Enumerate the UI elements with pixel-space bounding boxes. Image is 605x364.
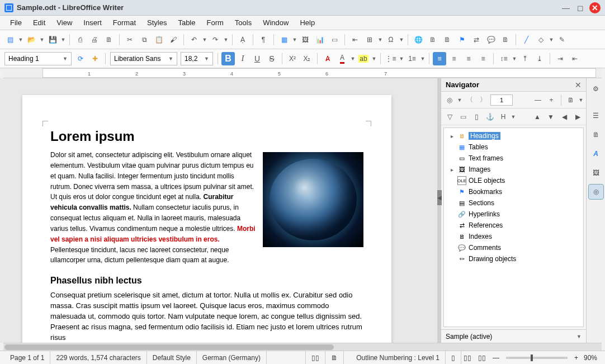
status-page[interactable]: Page 1 of 1 <box>4 351 50 364</box>
navigator-doc-combo[interactable]: Sample (active) ▼ <box>441 329 586 343</box>
status-view-single-icon[interactable]: ▯ <box>446 351 461 364</box>
status-language[interactable]: German (Germany) <box>197 351 267 364</box>
sidebar-gallery-icon[interactable]: 🖼 <box>589 166 603 180</box>
insert-field-dropdown[interactable]: ▼ <box>377 37 383 42</box>
export-pdf-icon[interactable]: ⎙ <box>73 33 87 46</box>
undo-dropdown[interactable]: ▼ <box>202 37 207 42</box>
nav-toggle-dropdown[interactable]: ▼ <box>457 97 462 103</box>
sidebar-page-icon[interactable]: 🗎 <box>589 127 603 142</box>
nav-prev-icon[interactable]: 〈 <box>464 94 476 106</box>
status-signature-icon[interactable]: 🗎 <box>325 351 344 364</box>
highlight-icon[interactable]: ab <box>357 52 370 65</box>
decrease-indent-icon[interactable]: ⇤ <box>568 52 582 65</box>
horizontal-ruler[interactable]: 1 2 3 4 5 6 7 <box>3 68 602 78</box>
redo-icon[interactable]: ↷ <box>209 33 222 46</box>
cross-ref-icon[interactable]: ⇄ <box>470 33 483 46</box>
nav-reminder-dropdown[interactable]: ▼ <box>511 114 516 120</box>
menu-table[interactable]: Table <box>172 16 201 29</box>
insert-textbox-icon[interactable]: ▭ <box>328 33 341 46</box>
paragraph-style-combo[interactable]: Heading 1▼ <box>4 52 72 65</box>
open-icon[interactable]: 📂 <box>25 33 38 46</box>
nav-reminder-icon[interactable]: H <box>497 111 509 123</box>
clone-format-icon[interactable]: 🖌 <box>167 33 180 46</box>
tree-item-sections[interactable]: ▤Sections <box>446 197 581 209</box>
tree-item-hyperlinks[interactable]: 🔗Hyperlinks <box>446 209 581 220</box>
special-char-dropdown[interactable]: ▼ <box>399 37 404 42</box>
menu-format[interactable]: Format <box>107 16 141 29</box>
sidebar-navigator-icon[interactable]: ◎ <box>589 185 603 199</box>
insert-table-icon[interactable]: ▦ <box>277 33 291 46</box>
nav-demote-level-icon[interactable]: ▶ <box>571 111 584 123</box>
status-selection-icon[interactable]: ▯▯ <box>306 351 325 364</box>
tree-item-drawing[interactable]: ✏Drawing objects <box>446 253 581 264</box>
special-char-icon[interactable]: Ω <box>384 33 398 46</box>
line-spacing-icon[interactable]: ↕≡ <box>497 52 511 65</box>
menu-insert[interactable]: Insert <box>78 16 107 29</box>
find-icon[interactable]: Ạ <box>236 33 249 46</box>
bold-icon[interactable]: B <box>221 52 235 65</box>
menu-window[interactable]: Window <box>257 16 294 29</box>
formatting-marks-icon[interactable]: ¶ <box>257 33 270 46</box>
page-break-icon[interactable]: ⇤ <box>348 33 362 46</box>
nav-next-icon[interactable]: 〉 <box>477 94 489 106</box>
zoom-in-icon[interactable]: + <box>572 354 580 362</box>
tree-item-images[interactable]: ▸🖼Images <box>446 164 581 175</box>
nav-anchor-icon[interactable]: ⚓ <box>484 111 496 123</box>
minimize-button[interactable]: — <box>560 2 571 13</box>
nav-footer-icon[interactable]: ▯ <box>470 111 483 123</box>
print-preview-icon[interactable]: 🗎 <box>102 33 116 46</box>
tree-item-bookmarks[interactable]: ⚑Bookmarks <box>446 186 581 197</box>
nav-page-input[interactable] <box>490 94 513 106</box>
line-spacing-dropdown[interactable]: ▼ <box>512 56 517 62</box>
nav-promote-level-icon[interactable]: ◀ <box>558 111 570 123</box>
decrease-spacing-icon[interactable]: ⤓ <box>533 52 546 65</box>
new-dropdown[interactable]: ▼ <box>18 37 23 42</box>
nav-drag-mode-icon[interactable]: 🗎 <box>565 94 577 106</box>
nav-content-view-icon[interactable]: ▽ <box>443 111 456 123</box>
save-icon[interactable]: 💾 <box>46 33 59 46</box>
open-dropdown[interactable]: ▼ <box>39 37 45 42</box>
navigator-tree[interactable]: ▸🗎Headings ▦Tables ▭Text frames ▸🖼Images… <box>443 127 584 327</box>
italic-icon[interactable]: I <box>236 52 249 65</box>
menu-edit[interactable]: Edit <box>27 16 51 29</box>
bullets-dropdown[interactable]: ▼ <box>399 56 404 62</box>
menu-styles[interactable]: Styles <box>141 16 172 29</box>
bookmark-icon[interactable]: ⚑ <box>455 33 469 46</box>
superscript-icon[interactable]: X² <box>286 52 299 65</box>
tree-item-ole[interactable]: OLEOLE objects <box>446 175 581 186</box>
nav-demote-icon[interactable]: — <box>532 94 544 106</box>
line-icon[interactable]: ╱ <box>519 33 533 46</box>
bullets-icon[interactable]: ⋮≡ <box>384 52 398 65</box>
insert-chart-icon[interactable]: 📊 <box>313 33 327 46</box>
redo-dropdown[interactable]: ▼ <box>223 37 229 42</box>
underline-icon[interactable]: U <box>250 52 264 65</box>
copy-icon[interactable]: ⧉ <box>138 33 151 46</box>
subscript-icon[interactable]: X₂ <box>300 52 314 65</box>
zoom-out-icon[interactable]: — <box>490 354 502 362</box>
navigator-close-icon[interactable]: ✕ <box>575 81 582 89</box>
numbering-dropdown[interactable]: ▼ <box>420 56 426 62</box>
status-view-multi-icon[interactable]: ▯▯ <box>461 354 474 362</box>
sidebar-settings-icon[interactable]: ⚙ <box>589 82 603 96</box>
insert-table-dropdown[interactable]: ▼ <box>292 37 297 42</box>
save-dropdown[interactable]: ▼ <box>60 37 66 42</box>
align-center-icon[interactable]: ≡ <box>447 52 461 65</box>
clear-format-icon[interactable]: A̷ <box>321 52 334 65</box>
tree-item-tables[interactable]: ▦Tables <box>446 141 581 153</box>
sidebar-properties-icon[interactable]: ☰ <box>589 108 603 123</box>
splitter[interactable] <box>437 78 441 343</box>
nav-move-up-icon[interactable]: ▲ <box>531 111 543 123</box>
highlight-dropdown[interactable]: ▼ <box>371 56 377 62</box>
numbering-icon[interactable]: 1≡ <box>405 52 419 65</box>
status-style[interactable]: Default Style <box>147 351 197 364</box>
tree-item-headings[interactable]: ▸🗎Headings <box>446 130 581 141</box>
shapes-dropdown[interactable]: ▼ <box>549 37 554 42</box>
tree-item-references[interactable]: ⇄References <box>446 220 581 231</box>
update-style-icon[interactable]: ⟳ <box>74 52 87 65</box>
print-icon[interactable]: 🖨 <box>88 33 101 46</box>
basic-shapes-icon[interactable]: ◇ <box>534 33 547 46</box>
page[interactable]: Lorem ipsum Dolor sit amet, consectetur … <box>22 95 391 343</box>
font-color-dropdown[interactable]: ▼ <box>350 56 356 62</box>
align-right-icon[interactable]: ≡ <box>462 52 475 65</box>
menu-form[interactable]: Form <box>201 16 229 29</box>
